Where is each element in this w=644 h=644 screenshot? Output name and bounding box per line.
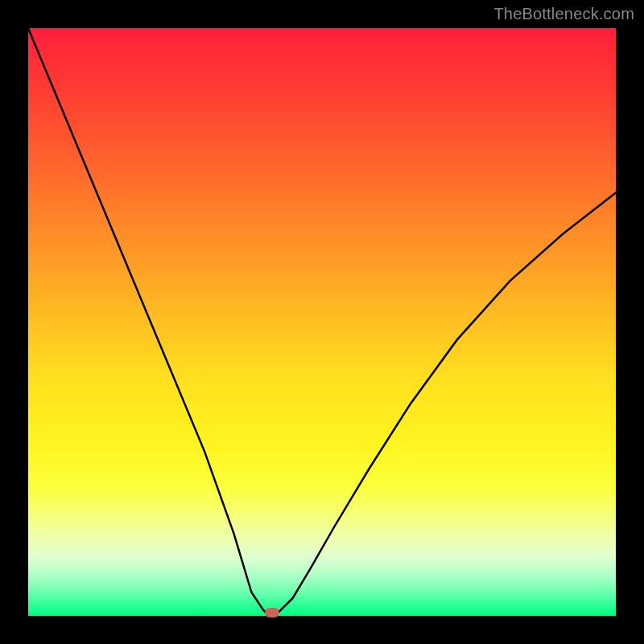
attribution-text: TheBottleneck.com — [493, 5, 634, 23]
chart-plot-area — [28, 28, 616, 616]
optimum-marker — [265, 608, 279, 617]
bottleneck-curve — [28, 28, 616, 616]
